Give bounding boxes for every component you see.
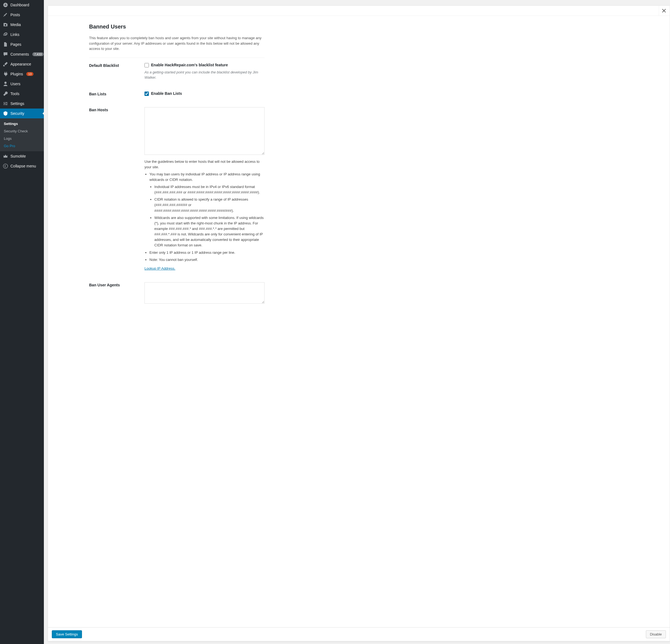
banned-users-panel: Banned Users This feature allows you to …: [48, 5, 670, 641]
sidebar-label: Settings: [10, 101, 24, 106]
submenu-go-pro[interactable]: Go Pro: [0, 142, 44, 150]
panel-footer: Save Settings Disable: [48, 627, 670, 641]
sidebar-label: Pages: [10, 42, 22, 46]
guideline-item: Enter only 1 IP address or 1 IP address …: [149, 250, 265, 256]
shield-icon: [3, 111, 8, 116]
close-icon: [662, 9, 666, 13]
comment-icon: [3, 52, 8, 57]
ban-hosts-label: Ban Hosts: [89, 107, 145, 272]
sidebar-label: Media: [10, 23, 21, 27]
guideline-sub-item: CIDR notation is allowed to specify a ra…: [155, 197, 265, 213]
sidebar-label: Dashboard: [10, 3, 29, 7]
sidebar-label: Appearance: [10, 62, 31, 66]
ban-lists-checkbox-label[interactable]: Enable Ban Lists: [151, 91, 182, 96]
guideline-item: You may ban users by individual IP addre…: [149, 172, 265, 248]
submenu-security-check[interactable]: Security Check: [0, 127, 44, 135]
svg-point-0: [3, 164, 8, 168]
sidebar-item-comments[interactable]: Comments 7,433: [0, 49, 44, 59]
default-blacklist-checkbox-label[interactable]: Enable HackRepair.com's blacklist featur…: [151, 63, 228, 67]
link-icon: [3, 32, 8, 37]
pin-icon: [3, 12, 8, 17]
save-settings-button[interactable]: Save Settings: [52, 630, 82, 638]
plugins-update-badge: 13: [26, 72, 34, 76]
ban-lists-label: Ban Lists: [89, 91, 145, 96]
user-icon: [3, 81, 8, 86]
default-blacklist-checkbox[interactable]: [145, 63, 149, 67]
sidebar-item-appearance[interactable]: Appearance: [0, 59, 44, 69]
ban-hosts-textarea[interactable]: [145, 107, 265, 155]
sidebar-item-plugins[interactable]: Plugins 13: [0, 69, 44, 79]
sidebar-label: Tools: [10, 92, 19, 96]
ban-user-agents-label: Ban User Agents: [89, 282, 145, 304]
page-icon: [3, 42, 8, 47]
main-area: iThemes Security View Logs Support Learn…: [44, 0, 670, 644]
sidebar-item-links[interactable]: Links: [0, 30, 44, 40]
sidebar-item-media[interactable]: Media: [0, 20, 44, 30]
submenu-settings[interactable]: Settings: [0, 120, 44, 127]
sidebar-item-sumome[interactable]: SumoMe: [0, 151, 44, 161]
section-description: This feature allows you to completely ba…: [89, 35, 265, 52]
sidebar-item-posts[interactable]: Posts: [0, 10, 44, 20]
dashboard-icon: [3, 2, 8, 8]
brush-icon: [3, 61, 8, 67]
sidebar-item-users[interactable]: Users: [0, 79, 44, 89]
media-icon: [3, 22, 8, 27]
collapse-icon: [3, 163, 8, 169]
admin-sidebar: Dashboard Posts Media Links Pages Commen…: [0, 0, 44, 644]
wrench-icon: [3, 91, 8, 96]
sidebar-label: SumoMe: [10, 154, 26, 159]
divider: [89, 57, 265, 58]
sidebar-item-settings[interactable]: Settings: [0, 99, 44, 109]
ban-user-agents-textarea[interactable]: [145, 282, 265, 304]
sidebar-label: Security: [10, 111, 24, 115]
guideline-sub-item: Individual IP addresses must be in IPv4 …: [155, 184, 265, 195]
sliders-icon: [3, 101, 8, 106]
disable-button[interactable]: Disable: [646, 630, 666, 638]
panel-body: Banned Users This feature allows you to …: [48, 16, 670, 627]
default-blacklist-help: As a getting-started point you can inclu…: [145, 70, 265, 80]
guideline-item: Note: You cannot ban yourself.: [149, 257, 265, 262]
sidebar-item-tools[interactable]: Tools: [0, 89, 44, 99]
close-button[interactable]: [659, 6, 669, 16]
sidebar-label: Collapse menu: [10, 164, 36, 168]
panel-header: [48, 6, 670, 16]
default-blacklist-label: Default Blacklist: [89, 63, 145, 80]
ban-lists-checkbox[interactable]: [145, 92, 149, 96]
ban-hosts-intro: Use the guidelines below to enter hosts …: [145, 159, 265, 170]
sidebar-label: Posts: [10, 13, 20, 17]
sidebar-label: Links: [10, 32, 19, 37]
sidebar-item-dashboard[interactable]: Dashboard: [0, 0, 44, 10]
crown-icon: [3, 153, 8, 159]
plug-icon: [3, 71, 8, 77]
submenu-logs[interactable]: Logs: [0, 135, 44, 142]
lookup-ip-link[interactable]: Lookup IP Address.: [145, 266, 175, 271]
sidebar-collapse[interactable]: Collapse menu: [0, 161, 44, 171]
sidebar-label: Plugins: [10, 72, 23, 76]
sidebar-item-pages[interactable]: Pages: [0, 40, 44, 49]
sidebar-label: Comments: [10, 52, 29, 56]
guideline-sub-item: Wildcards are also supported with some l…: [155, 215, 265, 248]
comments-count-badge: 7,433: [32, 52, 44, 56]
sidebar-label: Users: [10, 82, 21, 86]
sidebar-item-security[interactable]: Security: [0, 109, 44, 119]
section-title: Banned Users: [89, 24, 265, 30]
security-submenu: Settings Security Check Logs Go Pro: [0, 119, 44, 151]
